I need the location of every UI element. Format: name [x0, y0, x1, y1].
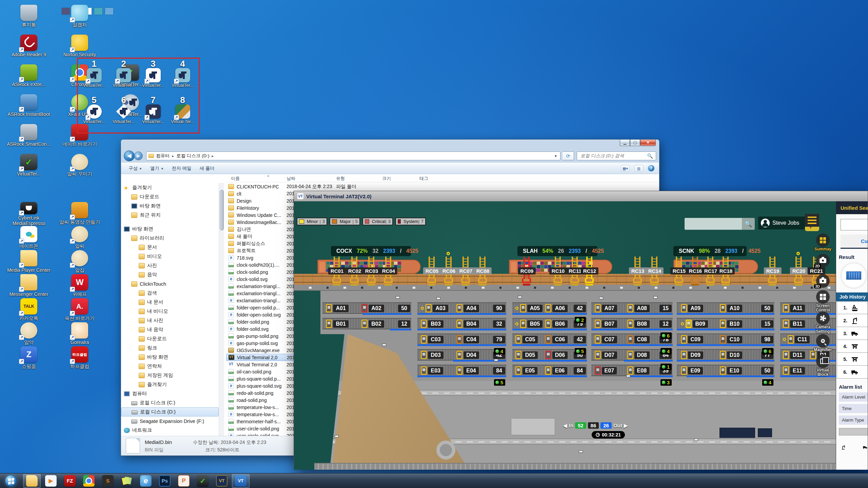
- desktop-icon-instantboot[interactable]: ↗: [20, 94, 37, 110]
- crane-RC15[interactable]: RC15: [674, 257, 684, 286]
- vt-shortcut-icon[interactable]: ↗: [175, 104, 190, 119]
- crane-RC03[interactable]: RC03: [367, 257, 376, 286]
- breadcrumb-dropdown-icon[interactable]: ▼: [554, 154, 557, 158]
- yard-row-A[interactable]: A03A0490: [417, 302, 506, 314]
- yard-row-D[interactable]: D09D1077: [677, 349, 774, 361]
- desktop-icon-halfclub[interactable]: 하프클럽↗: [71, 346, 88, 363]
- taskbar-media-player[interactable]: [42, 474, 60, 488]
- taskbar-filezilla[interactable]: FZ: [61, 474, 79, 488]
- user-badge[interactable]: Steve Jobs: [758, 217, 809, 229]
- crane-RC17[interactable]: RC17: [706, 257, 715, 286]
- panel-search-input[interactable]: [841, 219, 868, 230]
- tree-scrollbar[interactable]: [219, 183, 224, 436]
- crane-RC18[interactable]: RC18: [721, 257, 731, 286]
- crane-RC02[interactable]: RC02: [350, 257, 359, 286]
- alarm-filter-system[interactable]: System|7: [395, 218, 426, 225]
- tree-item[interactable]: 문서: [121, 243, 219, 252]
- tree-item[interactable]: 바탕 화면: [121, 352, 219, 362]
- menu-button[interactable]: [805, 214, 819, 227]
- maximize-button[interactable]: ▢: [630, 140, 640, 146]
- tree-item[interactable]: 사진: [121, 261, 219, 270]
- job-history-row[interactable]: 6.: [837, 366, 868, 379]
- alarm-field-row[interactable]: Alarm Level: [839, 392, 868, 402]
- tree-item[interactable]: 다운로드: [121, 334, 219, 343]
- tree-item[interactable]: 다운로드: [121, 192, 219, 201]
- yard-row-E[interactable]: E09E10504: [677, 365, 774, 376]
- desktop-icon-char[interactable]: ↗: [71, 226, 88, 242]
- tree-item[interactable]: 내 문서: [121, 298, 219, 307]
- crane-RC08[interactable]: RC08: [478, 257, 488, 286]
- tree-item[interactable]: 로컬 디스크 (D:): [121, 407, 219, 416]
- desktop-icon-char[interactable]: ↗: [71, 154, 88, 170]
- tree-item[interactable]: 즐겨찾기: [121, 183, 219, 192]
- back-button[interactable]: ◀: [124, 150, 135, 161]
- crane-RC04[interactable]: RC04: [384, 257, 393, 286]
- camera-3d-button[interactable]: 3D: [816, 274, 830, 288]
- alarm-field-row[interactable]: Time: [839, 404, 868, 413]
- tree-item[interactable]: 음악: [121, 270, 219, 279]
- screen-control-button[interactable]: Screen Control: [816, 290, 830, 304]
- preview-pane-button[interactable]: ▥: [634, 165, 643, 172]
- job-history-row[interactable]: 4.: [837, 340, 868, 353]
- virtual-block-button[interactable]: Virtual Block: [816, 354, 830, 368]
- tree-item[interactable]: 링크: [121, 343, 219, 352]
- alarm-list-button[interactable]: [839, 428, 868, 435]
- tree-item[interactable]: 저장된 게임: [121, 371, 219, 380]
- job-history-row[interactable]: 2.: [837, 314, 868, 327]
- tree-item[interactable]: 내 사진: [121, 316, 219, 325]
- yard-row-E[interactable]: E05E0684: [512, 365, 587, 376]
- vt-shortcut-icon[interactable]: ↗: [87, 68, 102, 82]
- job-history-row[interactable]: 3.: [837, 327, 868, 340]
- tree-item[interactable]: 내 비디오: [121, 307, 219, 316]
- column-header-5[interactable]: 태그: [419, 176, 428, 182]
- crane-RC07[interactable]: RC07: [461, 257, 471, 286]
- job-history-row[interactable]: 5.: [837, 353, 868, 366]
- panel-tab-current[interactable]: Curre: [841, 235, 868, 249]
- vt-shortcut-icon[interactable]: ↗: [87, 104, 102, 119]
- toolbar-열기[interactable]: 열기▼: [146, 164, 168, 172]
- desktop-icon-nateon[interactable]: ↗: [20, 226, 37, 242]
- crane-RC05[interactable]: RC05: [427, 257, 437, 286]
- menu-tab[interactable]: [805, 227, 819, 231]
- tree-item[interactable]: 검색: [121, 288, 219, 298]
- toolbar-전자 메일[interactable]: 전자 메일: [168, 164, 196, 172]
- taskbar-powerpoint[interactable]: P: [175, 474, 193, 488]
- alarm-filter-critical[interactable]: Critical|3: [362, 218, 393, 225]
- column-header-1[interactable]: 이름: [231, 176, 240, 182]
- tree-item[interactable]: 비디오: [121, 252, 219, 261]
- crane-RC10[interactable]: RC10: [553, 257, 563, 286]
- crane-RC11[interactable]: RC11: [570, 257, 580, 286]
- tree-item[interactable]: 바탕 화면: [121, 224, 219, 233]
- crane-RC12[interactable]: RC12: [585, 257, 594, 286]
- desktop-icon-cyberlink[interactable]: ↗: [20, 202, 37, 214]
- tree-item[interactable]: 연락처: [121, 362, 219, 371]
- desktop-icon-char[interactable]: ↗: [20, 322, 37, 339]
- desktop-icon-asrock[interactable]: ↗: [20, 64, 37, 81]
- crane-RC16[interactable]: RC16: [691, 257, 700, 286]
- desktop-icon-wemakeprice[interactable]: W↗: [71, 274, 88, 290]
- forward-button[interactable]: ▶: [134, 151, 143, 160]
- crane-RC20[interactable]: RC20: [794, 257, 804, 286]
- desktop-icon-zum[interactable]: Z↗: [20, 346, 37, 363]
- help-button[interactable]: ?: [648, 165, 654, 171]
- taskbar-virtual-terminal-dark[interactable]: ✓: [194, 474, 212, 488]
- breadcrumb[interactable]: 컴퓨터▸로컬 디스크 (D:)▸ ▼: [146, 151, 560, 160]
- taskbar-virtual-terminal-gold[interactable]: VT: [213, 474, 231, 488]
- taskbar-sticky-notes[interactable]: [118, 474, 136, 488]
- camera-setting-button[interactable]: Camera Setting: [816, 311, 830, 325]
- vt-titlebar[interactable]: VT Virtual Terminal JAT2(V2.0): [294, 191, 868, 201]
- vt-shortcut-icon[interactable]: ↗: [175, 68, 190, 82]
- right-arrow-icon[interactable]: ▶: [624, 423, 628, 429]
- yard-row-B[interactable]: B03B0432: [417, 318, 506, 329]
- job-history-row[interactable]: 1.: [837, 301, 868, 314]
- taskbar-sublime-text[interactable]: S: [99, 474, 117, 488]
- alarm-filter-major[interactable]: Major|5: [330, 218, 360, 225]
- desktop-icon-folderapp[interactable]: ↗: [20, 250, 37, 266]
- column-header-4[interactable]: 크기: [382, 176, 391, 182]
- tree-item[interactable]: 네트워크: [121, 426, 219, 435]
- column-header-2[interactable]: 날짜: [287, 176, 295, 182]
- tree-item[interactable]: 바탕 화면: [121, 201, 219, 210]
- explorer-titlebar[interactable]: ▁ ▢ ✕: [121, 140, 659, 149]
- crane-RC19[interactable]: RC19: [768, 257, 777, 286]
- vt-shortcut-icon[interactable]: ↗: [146, 104, 161, 119]
